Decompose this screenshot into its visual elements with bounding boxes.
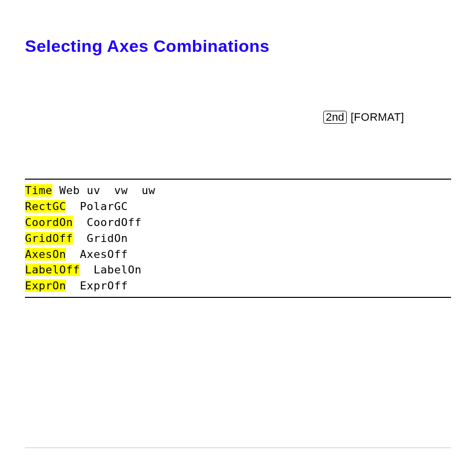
format-row-expr: ExprOn ExprOff bbox=[25, 278, 451, 294]
option-gridoff: GridOff bbox=[25, 232, 73, 244]
format-row-gc: RectGC PolarGC bbox=[25, 199, 451, 215]
format-row-label: LabelOff LabelOn bbox=[25, 262, 451, 278]
format-screen: Time Web uv vw uw RectGC PolarGC CoordOn… bbox=[25, 179, 451, 298]
option-axeson: AxesOn bbox=[25, 248, 66, 260]
key-sequence: 2nd [FORMAT] bbox=[323, 111, 451, 124]
footer-divider bbox=[25, 448, 451, 448]
option-polargc: PolarGC bbox=[66, 200, 128, 213]
second-key: 2nd bbox=[323, 111, 347, 124]
format-row-axes-type: Time Web uv vw uw bbox=[25, 183, 451, 199]
page-title: Selecting Axes Combinations bbox=[25, 36, 451, 56]
option-labelon: LabelOn bbox=[80, 263, 142, 276]
format-key: [FORMAT] bbox=[351, 111, 404, 124]
format-row-axes: AxesOn AxesOff bbox=[25, 246, 451, 262]
options-axes-rest: Web uv vw uw bbox=[52, 184, 155, 197]
option-gridon: GridOn bbox=[73, 232, 128, 244]
option-time: Time bbox=[25, 184, 52, 197]
option-rectgc: RectGC bbox=[25, 200, 66, 213]
option-coordon: CoordOn bbox=[25, 216, 73, 229]
format-row-grid: GridOff GridOn bbox=[25, 231, 451, 246]
format-row-coord: CoordOn CoordOff bbox=[25, 215, 451, 231]
option-exproff: ExprOff bbox=[66, 279, 128, 292]
option-axesoff: AxesOff bbox=[66, 248, 128, 260]
option-coordoff: CoordOff bbox=[73, 216, 141, 229]
option-expron: ExprOn bbox=[25, 279, 66, 292]
option-labeloff: LabelOff bbox=[25, 263, 80, 276]
